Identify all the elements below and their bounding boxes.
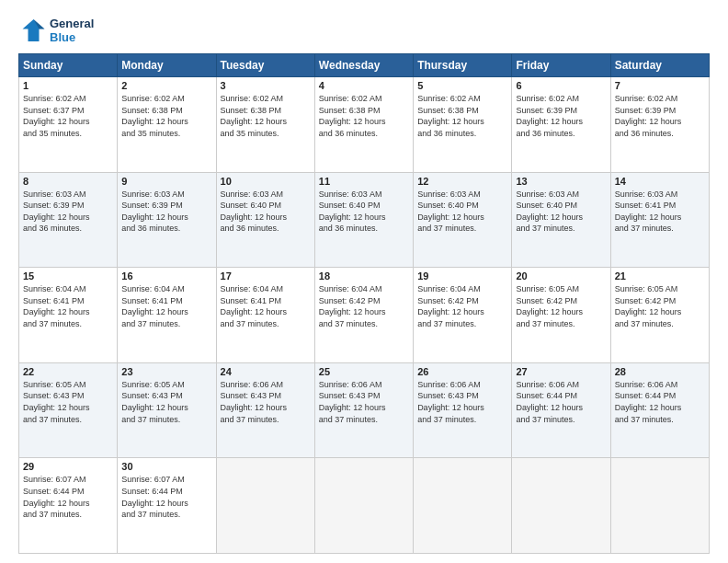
cell-info: Sunrise: 6:03 AM Sunset: 6:40 PM Dayligh… <box>221 189 311 235</box>
day-number: 29 <box>23 461 113 472</box>
calendar-cell: 20Sunrise: 6:05 AM Sunset: 6:42 PM Dayli… <box>512 268 610 363</box>
day-number: 22 <box>23 366 113 377</box>
day-number: 18 <box>319 270 409 282</box>
page: General Blue SundayMondayTuesdayWednesda… <box>0 0 728 563</box>
calendar-cell: 26Sunrise: 6:06 AM Sunset: 6:43 PM Dayli… <box>414 362 512 458</box>
calendar-cell: 7Sunrise: 6:02 AM Sunset: 6:39 PM Daylig… <box>610 77 709 173</box>
calendar-week-1: 1Sunrise: 6:02 AM Sunset: 6:37 PM Daylig… <box>19 77 710 173</box>
cell-info: Sunrise: 6:02 AM Sunset: 6:38 PM Dayligh… <box>121 93 211 139</box>
calendar-cell: 11Sunrise: 6:03 AM Sunset: 6:40 PM Dayli… <box>314 172 413 268</box>
header: General Blue <box>18 17 710 44</box>
calendar-cell: 19Sunrise: 6:04 AM Sunset: 6:42 PM Dayli… <box>414 268 512 363</box>
calendar-cell: 21Sunrise: 6:05 AM Sunset: 6:42 PM Dayli… <box>610 268 709 363</box>
logo-icon <box>18 17 46 44</box>
day-header-saturday: Saturday <box>610 54 709 77</box>
day-number: 27 <box>516 366 606 377</box>
cell-info: Sunrise: 6:06 AM Sunset: 6:43 PM Dayligh… <box>221 379 311 425</box>
svg-marker-0 <box>23 19 45 41</box>
cell-info: Sunrise: 6:04 AM Sunset: 6:42 PM Dayligh… <box>417 283 507 329</box>
calendar-body: 1Sunrise: 6:02 AM Sunset: 6:37 PM Daylig… <box>19 77 710 554</box>
calendar-cell: 10Sunrise: 6:03 AM Sunset: 6:40 PM Dayli… <box>216 172 314 268</box>
calendar-cell: 13Sunrise: 6:03 AM Sunset: 6:40 PM Dayli… <box>512 172 610 268</box>
day-number: 11 <box>319 176 409 187</box>
day-number: 8 <box>23 176 113 187</box>
cell-info: Sunrise: 6:06 AM Sunset: 6:43 PM Dayligh… <box>417 379 507 425</box>
day-number: 14 <box>615 176 705 187</box>
day-header-tuesday: Tuesday <box>216 54 314 77</box>
calendar-cell: 27Sunrise: 6:06 AM Sunset: 6:44 PM Dayli… <box>512 362 610 458</box>
day-number: 13 <box>516 176 606 187</box>
cell-info: Sunrise: 6:03 AM Sunset: 6:40 PM Dayligh… <box>319 189 409 235</box>
day-number: 24 <box>221 366 311 377</box>
cell-info: Sunrise: 6:03 AM Sunset: 6:40 PM Dayligh… <box>516 189 606 235</box>
cell-info: Sunrise: 6:04 AM Sunset: 6:41 PM Dayligh… <box>221 283 311 329</box>
calendar-cell: 14Sunrise: 6:03 AM Sunset: 6:41 PM Dayli… <box>610 172 709 268</box>
cell-info: Sunrise: 6:05 AM Sunset: 6:42 PM Dayligh… <box>615 283 705 329</box>
day-number: 2 <box>121 80 211 91</box>
calendar-cell: 18Sunrise: 6:04 AM Sunset: 6:42 PM Dayli… <box>314 268 413 363</box>
logo-text: General Blue <box>50 17 94 44</box>
day-header-friday: Friday <box>512 54 610 77</box>
day-header-monday: Monday <box>118 54 216 77</box>
calendar-cell: 23Sunrise: 6:05 AM Sunset: 6:43 PM Dayli… <box>118 362 216 458</box>
cell-info: Sunrise: 6:03 AM Sunset: 6:39 PM Dayligh… <box>121 189 211 235</box>
day-number: 4 <box>319 80 409 91</box>
day-number: 26 <box>417 366 507 377</box>
cell-info: Sunrise: 6:07 AM Sunset: 6:44 PM Dayligh… <box>23 474 113 520</box>
day-number: 21 <box>615 270 705 282</box>
cell-info: Sunrise: 6:06 AM Sunset: 6:43 PM Dayligh… <box>319 379 409 425</box>
cell-info: Sunrise: 6:05 AM Sunset: 6:42 PM Dayligh… <box>516 283 606 329</box>
calendar-cell: 3Sunrise: 6:02 AM Sunset: 6:38 PM Daylig… <box>216 77 314 173</box>
calendar-cell: 9Sunrise: 6:03 AM Sunset: 6:39 PM Daylig… <box>118 172 216 268</box>
calendar-cell: 5Sunrise: 6:02 AM Sunset: 6:38 PM Daylig… <box>414 77 512 173</box>
calendar-header-row: SundayMondayTuesdayWednesdayThursdayFrid… <box>19 54 710 77</box>
day-header-thursday: Thursday <box>414 54 512 77</box>
day-number: 15 <box>23 270 113 282</box>
cell-info: Sunrise: 6:02 AM Sunset: 6:39 PM Dayligh… <box>516 93 606 139</box>
calendar-cell: 1Sunrise: 6:02 AM Sunset: 6:37 PM Daylig… <box>19 77 118 173</box>
calendar-cell: 4Sunrise: 6:02 AM Sunset: 6:38 PM Daylig… <box>314 77 413 173</box>
day-number: 23 <box>121 366 211 377</box>
calendar-cell <box>610 458 709 554</box>
day-header-sunday: Sunday <box>19 54 118 77</box>
calendar-cell: 17Sunrise: 6:04 AM Sunset: 6:41 PM Dayli… <box>216 268 314 363</box>
day-number: 9 <box>121 176 211 187</box>
day-number: 5 <box>417 80 507 91</box>
calendar-cell: 24Sunrise: 6:06 AM Sunset: 6:43 PM Dayli… <box>216 362 314 458</box>
calendar-table: SundayMondayTuesdayWednesdayThursdayFrid… <box>18 53 710 554</box>
calendar-cell: 6Sunrise: 6:02 AM Sunset: 6:39 PM Daylig… <box>512 77 610 173</box>
day-number: 28 <box>615 366 705 377</box>
calendar-cell: 25Sunrise: 6:06 AM Sunset: 6:43 PM Dayli… <box>314 362 413 458</box>
cell-info: Sunrise: 6:02 AM Sunset: 6:38 PM Dayligh… <box>319 93 409 139</box>
day-number: 19 <box>417 270 507 282</box>
cell-info: Sunrise: 6:04 AM Sunset: 6:41 PM Dayligh… <box>23 283 113 329</box>
cell-info: Sunrise: 6:03 AM Sunset: 6:39 PM Dayligh… <box>23 189 113 235</box>
day-number: 6 <box>516 80 606 91</box>
cell-info: Sunrise: 6:06 AM Sunset: 6:44 PM Dayligh… <box>615 379 705 425</box>
calendar-week-2: 8Sunrise: 6:03 AM Sunset: 6:39 PM Daylig… <box>19 172 710 268</box>
cell-info: Sunrise: 6:03 AM Sunset: 6:40 PM Dayligh… <box>417 189 507 235</box>
calendar-cell: 22Sunrise: 6:05 AM Sunset: 6:43 PM Dayli… <box>19 362 118 458</box>
calendar-cell <box>314 458 413 554</box>
day-number: 20 <box>516 270 606 282</box>
cell-info: Sunrise: 6:02 AM Sunset: 6:38 PM Dayligh… <box>417 93 507 139</box>
day-number: 10 <box>221 176 311 187</box>
cell-info: Sunrise: 6:02 AM Sunset: 6:38 PM Dayligh… <box>221 93 311 139</box>
calendar-cell: 8Sunrise: 6:03 AM Sunset: 6:39 PM Daylig… <box>19 172 118 268</box>
cell-info: Sunrise: 6:05 AM Sunset: 6:43 PM Dayligh… <box>23 379 113 425</box>
cell-info: Sunrise: 6:07 AM Sunset: 6:44 PM Dayligh… <box>121 474 211 520</box>
calendar-cell <box>414 458 512 554</box>
day-number: 7 <box>615 80 705 91</box>
cell-info: Sunrise: 6:02 AM Sunset: 6:39 PM Dayligh… <box>615 93 705 139</box>
calendar-cell: 29Sunrise: 6:07 AM Sunset: 6:44 PM Dayli… <box>19 458 118 554</box>
calendar-cell: 15Sunrise: 6:04 AM Sunset: 6:41 PM Dayli… <box>19 268 118 363</box>
day-number: 3 <box>221 80 311 91</box>
day-number: 16 <box>121 270 211 282</box>
calendar-week-4: 22Sunrise: 6:05 AM Sunset: 6:43 PM Dayli… <box>19 362 710 458</box>
day-number: 1 <box>23 80 113 91</box>
logo: General Blue <box>18 17 94 44</box>
day-number: 25 <box>319 366 409 377</box>
cell-info: Sunrise: 6:03 AM Sunset: 6:41 PM Dayligh… <box>615 189 705 235</box>
calendar-cell: 16Sunrise: 6:04 AM Sunset: 6:41 PM Dayli… <box>118 268 216 363</box>
calendar-cell: 12Sunrise: 6:03 AM Sunset: 6:40 PM Dayli… <box>414 172 512 268</box>
